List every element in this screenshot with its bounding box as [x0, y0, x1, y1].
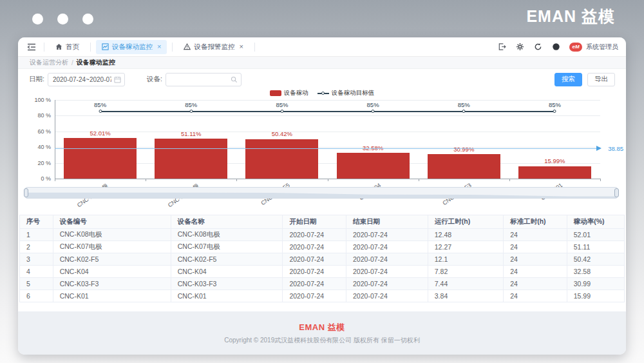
table-cell: 12.1	[428, 253, 503, 266]
target-value-label: 85%	[185, 101, 197, 108]
table-cell: 3	[20, 253, 53, 266]
gridline	[55, 115, 600, 116]
table-row[interactable]: 2CNC-K07电极CNC-K07电极2020-07-242020-07-241…	[20, 241, 625, 253]
user-avatar[interactable]: eM	[569, 43, 582, 52]
y-axis-tick-label: 60 %	[23, 128, 51, 135]
bar-value-label: 52.01%	[90, 130, 110, 137]
legend-item-bar[interactable]: 设备稼动	[270, 89, 308, 97]
divider	[90, 43, 91, 52]
gridline	[55, 163, 600, 164]
table-cell: 2020-07-24	[346, 290, 428, 302]
target-point[interactable]	[189, 110, 193, 113]
line-swatch-icon	[317, 90, 329, 96]
window-dot[interactable]	[32, 14, 43, 25]
export-button[interactable]: 导出	[587, 73, 615, 86]
footer-brand-logo: EMAN 益模	[299, 322, 345, 333]
table-cell: 32.58	[567, 266, 624, 278]
table-cell: CNC-K03-F3	[53, 278, 171, 290]
table-row[interactable]: 6CNC-K01CNC-K012020-07-242020-07-243.842…	[20, 290, 625, 302]
device-input[interactable]	[166, 74, 241, 86]
tab-bar-actions: eM 系统管理员	[497, 42, 618, 52]
table-row[interactable]: 1CNC-K08电极CNC-K08电极2020-07-242020-07-241…	[20, 229, 625, 241]
window-dot[interactable]	[82, 14, 93, 25]
target-value-label: 85%	[458, 101, 470, 108]
breadcrumb-parent[interactable]: 设备运营分析	[30, 58, 68, 67]
table-cell: 2020-07-24	[346, 229, 428, 241]
table-cell: 24	[504, 253, 567, 266]
table-cell: CNC-K04	[53, 266, 171, 278]
bar[interactable]	[64, 138, 137, 179]
tab-label: 设备稼动监控	[112, 43, 153, 52]
breadcrumb-current: 设备稼动监控	[77, 58, 115, 67]
target-point[interactable]	[99, 110, 102, 113]
date-range-field	[48, 73, 125, 86]
datazoom-right-handle[interactable]	[614, 188, 619, 197]
datazoom-left-handle[interactable]	[24, 188, 28, 197]
table-row[interactable]: 5CNC-K03-F3CNC-K03-F32020-07-242020-07-2…	[20, 278, 625, 290]
bar-value-label: 51.11%	[181, 130, 202, 137]
chart-plot-area: 100 %80 %60 %40 %20 %0 %52.01%51.11%50.4…	[55, 100, 600, 179]
table-row[interactable]: 3CNC-K02-F5CNC-K02-F52020-07-242020-07-2…	[20, 253, 625, 266]
table-cell: 2020-07-24	[283, 266, 346, 278]
x-axis-tick	[419, 179, 419, 181]
table-cell: 52.01	[567, 229, 624, 241]
bar[interactable]	[428, 154, 500, 179]
date-range-input[interactable]	[48, 74, 124, 86]
close-icon[interactable]: ×	[239, 43, 243, 50]
info-icon[interactable]	[551, 42, 561, 52]
bar[interactable]	[337, 153, 410, 179]
collapse-sidebar-icon[interactable]	[24, 41, 39, 53]
table-row[interactable]: 4CNC-K04CNC-K042020-07-242020-07-247.822…	[20, 266, 625, 278]
window-dot[interactable]	[57, 14, 68, 25]
table-cell: CNC-K03-F3	[171, 278, 283, 290]
bar[interactable]	[245, 139, 318, 179]
date-label: 日期:	[29, 75, 44, 84]
column-header: 稼动率(%)	[567, 215, 624, 229]
table-cell: 2020-07-24	[283, 253, 346, 266]
user-name[interactable]: 系统管理员	[586, 43, 618, 52]
legend-label: 设备稼动	[284, 89, 308, 97]
bar-value-label: 30.99%	[453, 146, 474, 153]
table-cell: 24	[504, 278, 567, 290]
utilization-table: 序号设备编号设备名称开始日期结束日期运行工时(h)标准工时(h)稼动率(%) 1…	[18, 215, 626, 302]
table-cell: 3.84	[428, 290, 503, 302]
breadcrumb: 设备运营分析 / 设备稼动监控	[18, 57, 626, 69]
table-cell: 1	[20, 229, 53, 241]
table-cell: 7.44	[428, 278, 503, 290]
target-point[interactable]	[372, 110, 375, 113]
table-cell: 2	[20, 241, 53, 253]
table-cell: 24	[504, 290, 567, 302]
chart-datazoom-slider[interactable]	[25, 187, 618, 199]
bar-swatch-icon	[270, 90, 281, 96]
refresh-icon[interactable]	[533, 42, 543, 52]
close-icon[interactable]: ×	[157, 43, 161, 50]
tab-device-utilization[interactable]: 设备稼动监控 ×	[96, 40, 167, 54]
settings-gear-icon[interactable]	[515, 42, 525, 52]
y-axis-line	[55, 100, 55, 179]
bar[interactable]	[155, 139, 227, 179]
legend-item-line[interactable]: 设备稼动目标值	[317, 89, 375, 97]
markline-value-label: 38.85	[608, 145, 623, 152]
tab-label: 首页	[66, 43, 79, 52]
column-header: 序号	[20, 215, 53, 229]
table-cell: 4	[20, 266, 53, 278]
target-point[interactable]	[462, 110, 466, 113]
chart-legend: 设备稼动 设备稼动目标值	[18, 89, 626, 97]
x-axis-tick	[509, 179, 510, 181]
tab-device-alarm[interactable]: 设备报警监控 ×	[178, 40, 249, 54]
y-axis-tick-label: 40 %	[23, 144, 51, 150]
target-point[interactable]	[553, 110, 556, 113]
table-cell: CNC-K02-F5	[171, 253, 283, 266]
logout-icon[interactable]	[497, 42, 507, 52]
table-cell: CNC-K07电极	[171, 241, 283, 253]
tab-home[interactable]: 首页	[50, 40, 85, 54]
tab-bar: 首页 设备稼动监控 × 设备报警监控 ×	[18, 37, 626, 57]
tab-label: 设备报警监控	[194, 43, 234, 52]
target-value-label: 85%	[367, 101, 379, 108]
target-point[interactable]	[280, 110, 283, 113]
table-cell: CNC-K02-F5	[53, 253, 171, 266]
bar[interactable]	[518, 166, 591, 179]
table-cell: 30.99	[567, 278, 624, 290]
search-button[interactable]: 搜索	[554, 73, 582, 86]
x-axis-tick	[146, 179, 146, 181]
